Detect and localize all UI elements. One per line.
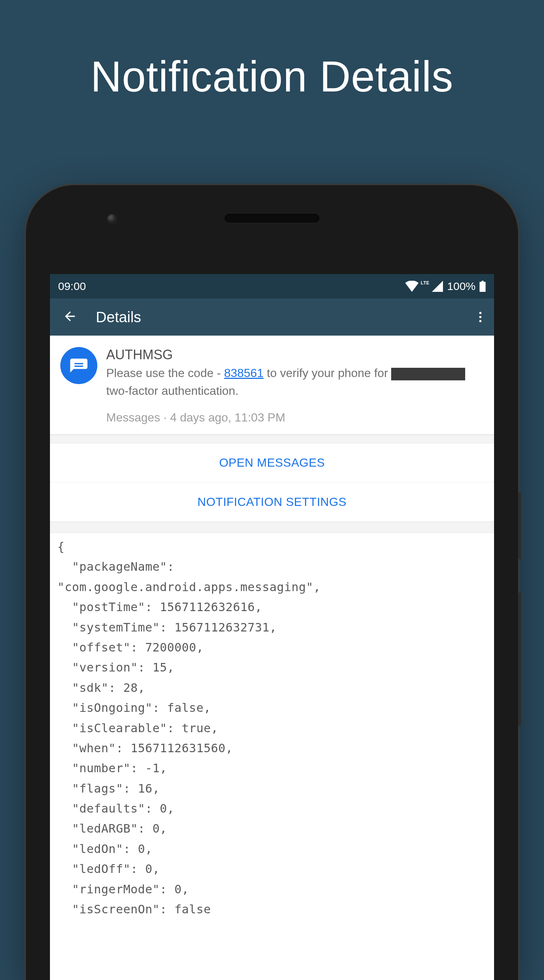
- verification-code-link[interactable]: 838561: [224, 366, 263, 380]
- more-vert-icon: [479, 316, 481, 318]
- battery-percent: 100%: [447, 280, 476, 293]
- more-vert-icon: [479, 312, 481, 314]
- divider: [50, 435, 494, 443]
- phone-power-button: [518, 593, 521, 726]
- content-scroll[interactable]: AUTHMSG Please use the code - 838561 to …: [50, 336, 494, 923]
- body-mid: to verify your phone for: [263, 366, 391, 380]
- wifi-icon: [405, 281, 419, 292]
- phone-camera: [107, 214, 117, 224]
- status-clock: 09:00: [58, 280, 86, 293]
- app-icon: [60, 347, 97, 384]
- app-toolbar: Details: [50, 299, 494, 336]
- cell-signal-icon: [431, 281, 443, 292]
- notification-settings-button[interactable]: NOTIFICATION SETTINGS: [50, 483, 494, 522]
- open-app-button[interactable]: OPEN MESSAGES: [50, 443, 494, 483]
- messages-icon: [68, 355, 89, 376]
- relative-time: 4 days ago, 11:03 PM: [170, 411, 285, 424]
- status-bar: 09:00 LTE 100%: [50, 274, 494, 299]
- notification-title: AUTHMSG: [106, 347, 484, 363]
- body-pre: Please use the code -: [106, 366, 224, 380]
- body-post: two-factor authentication.: [106, 384, 239, 398]
- source-app: Messages: [106, 411, 160, 424]
- toolbar-title: Details: [96, 309, 476, 326]
- redacted-block: [391, 368, 465, 380]
- notification-header-card: AUTHMSG Please use the code - 838561 to …: [50, 336, 494, 434]
- arrow-back-icon: [63, 309, 77, 324]
- screen: 09:00 LTE 100% Details: [50, 274, 494, 980]
- divider: [50, 522, 494, 533]
- notification-meta: Messages · 4 days ago, 11:03 PM: [106, 411, 484, 425]
- meta-sep: ·: [160, 411, 170, 424]
- more-vert-icon: [479, 320, 481, 322]
- phone-speaker: [224, 213, 320, 223]
- notification-json-dump: { "packageName": "com.google.android.app…: [50, 533, 494, 923]
- battery-icon: [479, 281, 486, 292]
- phone-frame: 09:00 LTE 100% Details: [26, 185, 518, 980]
- notification-body: Please use the code - 838561 to verify y…: [106, 364, 484, 399]
- lte-icon: LTE: [421, 280, 429, 286]
- hero-title: Notification Details: [0, 0, 544, 102]
- phone-volume-button: [518, 493, 521, 559]
- overflow-menu-button[interactable]: [476, 306, 485, 328]
- status-right: LTE 100%: [405, 280, 486, 293]
- back-button[interactable]: [59, 305, 81, 329]
